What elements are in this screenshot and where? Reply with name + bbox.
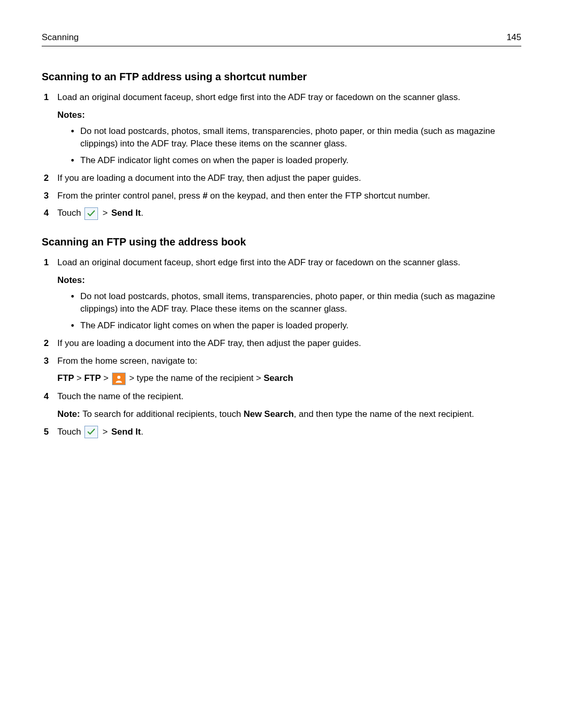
step-number: 3: [44, 190, 48, 202]
section1-title: Scanning to an FTP address using a short…: [42, 69, 521, 84]
step-5: 5 Touch > Send It.: [42, 426, 521, 439]
text-part: .: [141, 427, 143, 437]
nav-ftp: FTP: [84, 373, 101, 383]
send-it-label: Send It: [111, 208, 141, 218]
navigation-path: FTP > FTP > > type the name of the recip…: [57, 372, 521, 385]
nav-ftp: FTP: [57, 373, 74, 383]
section1-steps-cont: 2 If you are loading a document into the…: [42, 172, 521, 220]
note-text: To search for additional recipients, tou…: [82, 409, 243, 419]
step-number: 1: [44, 256, 48, 269]
note-label: Note:: [57, 409, 82, 419]
section1-steps: 1 Load an original document faceup, shor…: [42, 91, 521, 104]
nav-text: > type the name of the recipient >: [127, 373, 264, 383]
text-part: From the printer control panel, press: [57, 191, 203, 201]
note-text: , and then type the name of the next rec…: [294, 409, 474, 419]
nav-search: Search: [264, 373, 293, 383]
section2-title: Scanning an FTP using the address book: [42, 235, 521, 249]
step-text: If you are loading a document into the A…: [57, 338, 361, 348]
step-3: 3 From the home screen, navigate to:: [42, 355, 521, 367]
send-it-label: Send It: [111, 427, 141, 437]
step-text: Load an original document faceup, short …: [57, 257, 460, 267]
page-container: Scanning 145 Scanning to an FTP address …: [0, 0, 563, 728]
step-2: 2 If you are loading a document into the…: [42, 337, 521, 350]
nav-sep: >: [74, 373, 84, 383]
checkmark-icon: [84, 207, 98, 220]
step-text: If you are loading a document into the A…: [57, 173, 361, 183]
step-text: From the printer control panel, press # …: [57, 191, 430, 201]
checkmark-icon: [84, 426, 98, 438]
step-4: 4 Touch > Send It.: [42, 207, 521, 220]
step-number: 4: [44, 207, 48, 219]
section2-steps-cont2: 4 Touch the name of the recipient.: [42, 390, 521, 403]
step-2: 2 If you are loading a document into the…: [42, 172, 521, 184]
step-text: Touch > Send It.: [57, 427, 143, 437]
step-number: 2: [44, 337, 48, 350]
section2-steps: 1 Load an original document faceup, shor…: [42, 256, 521, 269]
note-inline: Note: To search for additional recipient…: [57, 408, 521, 421]
text-part: Touch: [57, 208, 83, 218]
step-number: 3: [44, 355, 48, 367]
nav-sep: >: [101, 373, 111, 383]
step-1: 1 Load an original document faceup, shor…: [42, 91, 521, 104]
step-text: Touch > Send It.: [57, 208, 143, 218]
step-number: 1: [44, 91, 48, 104]
new-search-label: New Search: [243, 409, 293, 419]
section2-notes: Do not load postcards, photos, small ite…: [71, 290, 521, 331]
section2-steps-cont: 2 If you are loading a document into the…: [42, 337, 521, 367]
step-number: 4: [44, 390, 48, 403]
header-section-title: Scanning: [42, 31, 79, 44]
text-part: .: [141, 208, 143, 218]
hash-key: #: [203, 191, 207, 201]
step-1: 1 Load an original document faceup, shor…: [42, 256, 521, 269]
separator: >: [100, 427, 110, 437]
step-text: Load an original document faceup, short …: [57, 92, 460, 102]
text-part: Touch: [57, 427, 83, 437]
notes-label: Notes:: [57, 109, 521, 121]
step-number: 5: [44, 426, 48, 438]
notes-label: Notes:: [57, 274, 521, 287]
step-4: 4 Touch the name of the recipient.: [42, 390, 521, 403]
page-number: 145: [507, 31, 521, 44]
page-header: Scanning 145: [42, 31, 521, 46]
step-text: Touch the name of the recipient.: [57, 391, 183, 401]
note-bullet: Do not load postcards, photos, small ite…: [71, 290, 521, 315]
separator: >: [100, 208, 110, 218]
note-bullet: The ADF indicator light comes on when th…: [71, 154, 521, 167]
note-bullet: Do not load postcards, photos, small ite…: [71, 125, 521, 150]
section1-notes: Do not load postcards, photos, small ite…: [71, 125, 521, 166]
step-text: From the home screen, navigate to:: [57, 356, 197, 366]
note-bullet: The ADF indicator light comes on when th…: [71, 319, 521, 332]
section2-steps-cont3: 5 Touch > Send It.: [42, 426, 521, 439]
step-3: 3 From the printer control panel, press …: [42, 190, 521, 202]
address-book-icon: [112, 373, 126, 385]
text-part: on the keypad, and then enter the FTP sh…: [207, 191, 430, 201]
step-number: 2: [44, 172, 48, 184]
svg-point-0: [117, 376, 120, 379]
